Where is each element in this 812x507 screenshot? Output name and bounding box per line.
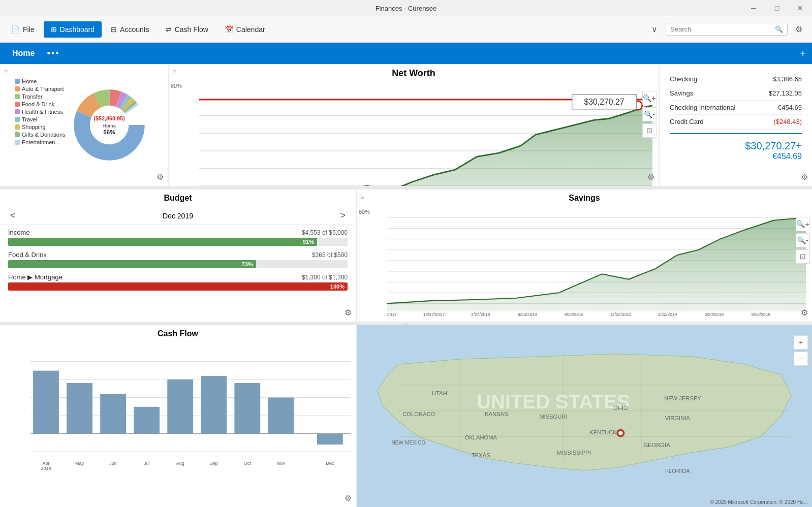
bar-apr xyxy=(33,371,59,434)
cashflow-title: Cash Flow xyxy=(0,325,356,342)
menu-calendar-label: Calendar xyxy=(236,25,265,34)
mortgage-bar: 100% xyxy=(8,282,348,291)
mortgage-value: $1,300 of $1,300 xyxy=(302,274,348,281)
dashboard-icon: ⊞ xyxy=(51,25,57,34)
budget-title: Budget xyxy=(0,189,356,207)
menu-accounts[interactable]: ⊟ Accounts xyxy=(104,21,157,38)
svg-text:Home: Home xyxy=(103,123,116,129)
networth-80-label: 80% xyxy=(171,83,182,89)
svg-text:Aug: Aug xyxy=(176,461,184,466)
svg-text:2019: 2019 xyxy=(41,466,51,471)
add-widget-button[interactable]: + xyxy=(800,48,806,59)
budget-next-button[interactable]: > xyxy=(340,210,346,221)
savings-drag-handle: ≡ xyxy=(361,194,364,201)
net-worth-panel: ≡ Net Worth 80% $32,000.00 $28,000.00 $2… xyxy=(169,64,659,186)
dropdown-button[interactable]: ∨ xyxy=(645,20,664,39)
net-worth-chart-area: 80% $32,000.00 $28,000.00 $24,000.00 $20… xyxy=(169,81,659,186)
savings-title: Savings xyxy=(357,189,812,207)
svg-text:Jun: Jun xyxy=(109,461,117,466)
map-zoom-in-button[interactable]: + xyxy=(794,335,808,350)
networth-chart-controls: 🔍+ 🔍- ⊡ xyxy=(642,91,657,138)
svg-text:May: May xyxy=(75,461,84,466)
savings-value: $27,132.05 xyxy=(769,89,802,97)
search-input[interactable] xyxy=(670,25,775,33)
bar-sep xyxy=(201,376,227,434)
accounts-total: $30,270.27+ €454.69 xyxy=(670,140,802,161)
svg-text:($52,860.95): ($52,860.95) xyxy=(93,115,125,121)
map-copyright: © 2020 Microsoft Corporation, © 2020 He.… xyxy=(710,499,808,505)
savings-settings-icon[interactable]: ⚙ xyxy=(801,308,808,318)
home-tab[interactable]: Home xyxy=(6,46,41,61)
svg-text:UNITED STATES: UNITED STATES xyxy=(477,391,630,413)
menu-file[interactable]: 📄 File xyxy=(4,21,42,38)
legend-food: Food & Drink xyxy=(22,101,54,107)
savings-panel: ≡ Savings 80% $27,000.00 $24, xyxy=(357,189,812,322)
savings-chart-svg: $27,000.00 $24,000.00 $21,000.00 $18,000… xyxy=(387,209,806,318)
svg-text:12/27/2017: 12/27/2017 xyxy=(423,312,445,317)
close-button[interactable]: ✕ xyxy=(789,0,812,16)
map-zoom-out-button[interactable]: − xyxy=(794,352,808,366)
food-bar: 73% xyxy=(8,260,256,268)
map-controls: + − xyxy=(794,335,808,366)
income-bar: 91% xyxy=(8,238,317,246)
title-bar: Finances - Curensee ─ □ ✕ xyxy=(0,0,812,16)
pie-settings-icon[interactable]: ⚙ xyxy=(157,172,164,182)
cashflow-nav-icon: ⇄ xyxy=(166,25,172,34)
budget-nav: < Dec 2019 > xyxy=(0,207,356,225)
legend-shopping: Shopping xyxy=(22,124,46,130)
zoom-in-button[interactable]: 🔍+ xyxy=(642,91,657,105)
menu-dashboard[interactable]: ⊞ Dashboard xyxy=(44,21,102,38)
cashflow-chart-svg: $4,000.00 $3,000.00 $2,000.00 $1,000.00 … xyxy=(30,344,351,482)
svg-text:KENTUCKY: KENTUCKY xyxy=(589,429,620,435)
bar-nov xyxy=(268,398,294,434)
main-content: Home Auto & Transport Transfer Food & Dr… xyxy=(0,64,812,507)
calendar-icon: 📅 xyxy=(225,25,233,34)
svg-text:MISSISSIPPI: MISSISSIPPI xyxy=(557,450,591,456)
mortgage-bar-bg: 100% xyxy=(8,282,348,291)
food-value: $365 of $500 xyxy=(312,251,348,259)
accounts-settings-icon[interactable]: ⚙ xyxy=(801,172,808,182)
accounts-icon: ⊟ xyxy=(111,25,117,34)
legend-health: Health & Fitness xyxy=(22,109,63,115)
svg-text:Apr: Apr xyxy=(42,461,49,466)
checking-intl-row: Checking International €454.69 xyxy=(670,101,802,115)
savings-row: Savings $27,132.05 xyxy=(670,86,802,101)
menu-bar: 📄 File ⊞ Dashboard ⊟ Accounts ⇄ Cash Flo… xyxy=(0,16,812,43)
search-icon: 🔍 xyxy=(775,25,783,33)
svg-text:UTAH: UTAH xyxy=(432,390,447,396)
income-bar-bg: 91% xyxy=(8,238,348,246)
budget-month: Dec 2019 xyxy=(163,212,193,220)
pie-chart-panel: Home Auto & Transport Transfer Food & Dr… xyxy=(0,64,168,186)
svg-text:56%: 56% xyxy=(103,129,115,135)
legend-auto: Auto & Transport xyxy=(22,86,64,92)
zoom-out-button[interactable]: 🔍- xyxy=(642,107,657,121)
svg-text:MISSOURI: MISSOURI xyxy=(539,414,567,420)
home-tab-dots[interactable]: ••• xyxy=(47,48,59,59)
savings-zoom-out-button[interactable]: 🔍- xyxy=(796,233,810,247)
savings-label: Savings xyxy=(670,89,693,97)
svg-text:9/18/2019: 9/18/2019 xyxy=(751,312,770,317)
savings-fit-button[interactable]: ⊡ xyxy=(796,249,810,264)
svg-text:3/27/2018: 3/27/2018 xyxy=(471,312,490,317)
savings-chart-area: 80% $27,000.00 $24,000.00 $21,000.00 xyxy=(357,207,812,322)
mortgage-label: Home ▶ Mortgage xyxy=(8,273,63,281)
legend-gifts: Gifts & Donations xyxy=(22,132,66,138)
budget-prev-button[interactable]: < xyxy=(10,210,16,221)
budget-settings-icon[interactable]: ⚙ xyxy=(345,308,352,318)
svg-text:Nov: Nov xyxy=(277,461,286,466)
savings-zoom-in-button[interactable]: 🔍+ xyxy=(796,217,810,231)
checking-row: Checking $3,386.65 xyxy=(670,72,802,86)
minimize-button[interactable]: ─ xyxy=(742,0,765,16)
menu-accounts-label: Accounts xyxy=(120,25,149,34)
networth-settings-icon[interactable]: ⚙ xyxy=(647,172,654,182)
svg-text:Sep: Sep xyxy=(210,461,218,466)
fit-button[interactable]: ⊡ xyxy=(642,123,657,138)
menu-cashflow[interactable]: ⇄ Cash Flow xyxy=(159,21,215,38)
menu-calendar[interactable]: 📅 Calendar xyxy=(217,21,272,38)
map-svg: UNITED STATES UTAH COLORADO KANSAS MISSO… xyxy=(357,325,812,507)
cashflow-settings-icon[interactable]: ⚙ xyxy=(345,493,352,503)
maximize-button[interactable]: □ xyxy=(765,0,789,16)
bar-may xyxy=(67,383,92,434)
svg-text:12/22/2018: 12/22/2018 xyxy=(610,312,632,317)
settings-button[interactable]: ⚙ xyxy=(790,20,808,39)
